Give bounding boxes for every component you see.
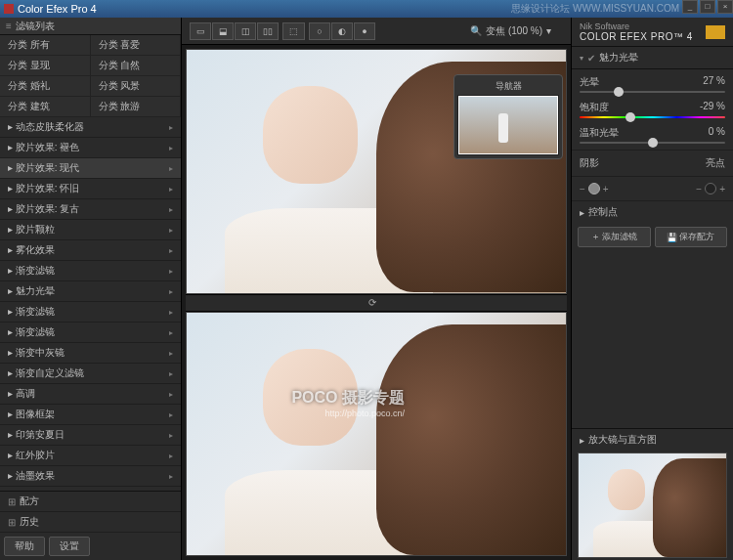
zoom-label[interactable]: 变焦 (100 %) [486,24,542,38]
navigator-panel[interactable]: 导航器 [453,74,563,159]
footer-button[interactable]: 帮助 [4,537,45,556]
minimize-button[interactable]: _ [682,0,698,14]
bg-light-button[interactable]: ○ [309,22,330,40]
category-item[interactable]: 分类 风景 [91,76,182,97]
left-panels: ⊞配方⊞历史 [0,491,181,533]
bg-gray-button[interactable]: ◐ [331,22,353,40]
slider-thumb[interactable] [648,138,658,148]
slider-label: 温和光晕 [580,126,619,140]
effect-item[interactable]: ▸ 胶片效果: 现代▸ [0,158,181,179]
slider-value: 0 % [709,126,725,140]
filter-list-label: 滤镜列表 [16,20,55,33]
control-points-header[interactable]: ▸ 控制点 [572,200,733,223]
effect-item[interactable]: ▸ 油墨效果▸ [0,466,181,487]
right-panel: Nik Software COLOR EFEX PRO™ 4 ▾ ✔ 魅力光晕 … [571,18,733,560]
view-side-button[interactable]: ▯▯ [257,22,279,40]
category-item[interactable]: 分类 自然 [91,56,182,76]
sidebar: ≡ 滤镜列表 分类 所有分类 喜爱分类 显现分类 自然分类 婚礼分类 风景分类 … [0,18,182,560]
preview-after[interactable] [186,312,567,557]
preview-area: ⟳ 导航器 POCO 摄影专题 http://photo.poco.cn/ [182,45,571,560]
effect-item[interactable]: ▸ 魅力光晕▸ [0,281,181,302]
check-icon: ✔ [587,53,595,64]
effect-item[interactable]: ▸ 图像框架▸ [0,405,181,425]
shadow-dot[interactable] [588,183,600,194]
effect-title: 魅力光晕 [599,51,638,65]
center-panel: ▭ ⬓ ◫ ▯▯ ⬚ ○ ◐ ● 🔍 变焦 (100 %) ▾ [182,18,571,560]
add-filter-button[interactable]: ＋添加滤镜 [578,227,651,247]
slider-row: 饱和度-29 % [572,97,733,122]
highlight-dot[interactable] [705,183,716,194]
window-title: Color Efex Pro 4 [18,3,97,15]
chevron-right-icon: ▸ [580,435,584,446]
effect-item[interactable]: ▸ 渐变滤镜▸ [0,261,181,281]
zoom-icon: 🔍 [470,25,482,36]
left-footer: 帮助设置 [0,533,181,560]
panel-header[interactable]: ⊞配方 [0,492,181,512]
slider-row: 光晕27 % [572,71,733,97]
category-item[interactable]: 分类 显现 [0,56,91,76]
zoom-dropdown-icon[interactable]: ▾ [546,25,551,36]
bg-dark-button[interactable]: ● [354,22,375,40]
preview-divider[interactable]: ⟳ [186,294,567,312]
panel-header[interactable]: ⊞历史 [0,512,181,533]
slider-value: -29 % [700,101,725,114]
effect-item[interactable]: ▸ 雾化效果▸ [0,240,181,261]
brand-main: COLOR EFEX PRO™ 4 [580,31,693,42]
chevron-right-icon: ▸ [580,207,584,218]
category-item[interactable]: 分类 喜爱 [91,35,182,56]
view-split-h-button[interactable]: ⬓ [212,22,234,40]
effect-item[interactable]: ▸ 胶片效果: 复古▸ [0,199,181,220]
effect-item[interactable]: ▸ 层次和曲线▸ [0,487,181,489]
navigator-title: 导航器 [457,78,559,95]
slider-track[interactable] [580,116,725,118]
effect-item[interactable]: ▸ 胶片效果: 褪色▸ [0,138,181,158]
view-split-v-button[interactable]: ◫ [235,22,256,40]
view-single-button[interactable]: ▭ [190,22,211,40]
slider-row: 温和光晕0 % [572,122,733,148]
loupe-histogram-header[interactable]: ▸ 放大镜与直方图 [572,428,733,451]
save-recipe-button[interactable]: 💾保存配方 [655,227,728,247]
effect-item[interactable]: ▸ 渐变滤镜▸ [0,302,181,323]
effect-item[interactable]: ▸ 胶片颗粒▸ [0,220,181,240]
effect-item[interactable]: ▸ 渐变自定义滤镜▸ [0,364,181,384]
effect-item[interactable]: ▸ 印第安夏日▸ [0,425,181,446]
category-item[interactable]: 分类 建筑 [0,97,91,117]
chevron-down-icon: ▾ [580,54,583,63]
slider-label: 饱和度 [580,101,609,114]
watermark-top: 思缘设计论坛 WWW.MISSYUAN.COM [511,2,679,16]
category-item[interactable]: 分类 婚礼 [0,76,91,97]
effects-list[interactable]: ▸ 动态皮肤柔化器▸▸ 胶片效果: 褪色▸▸ 胶片效果: 现代▸▸ 胶片效果: … [0,117,181,489]
refresh-icon[interactable]: ⟳ [368,297,384,309]
highlight-label: 亮点 [706,156,725,170]
category-grid: 分类 所有分类 喜爱分类 显现分类 自然分类 婚礼分类 风景分类 建筑分类 旅游 [0,35,181,117]
slider-track[interactable] [580,142,725,144]
slider-track[interactable] [580,91,725,93]
footer-button[interactable]: 设置 [49,537,90,556]
brand-small: Nik Software [580,22,693,31]
effect-item[interactable]: ▸ 渐变滤镜▸ [0,323,181,343]
slider-thumb[interactable] [625,112,635,122]
category-item[interactable]: 分类 旅游 [91,97,182,117]
loupe-preview[interactable] [578,452,727,558]
effect-item[interactable]: ▸ 高调▸ [0,384,181,405]
effect-item[interactable]: ▸ 动态皮肤柔化器▸ [0,117,181,138]
category-item[interactable]: 分类 所有 [0,35,91,56]
loupe-label: 放大镜与直方图 [588,433,657,447]
list-icon: ≡ [6,21,12,31]
brand-header: Nik Software COLOR EFEX PRO™ 4 [572,18,733,47]
sliders-group: 光晕27 %饱和度-29 %温和光晕0 % [572,69,733,150]
compare-button[interactable]: ⬚ [282,22,305,40]
slider-label: 光晕 [580,75,599,89]
effect-item[interactable]: ▸ 胶片效果: 怀旧▸ [0,179,181,199]
navigator-thumb[interactable] [457,95,559,155]
effect-item[interactable]: ▸ 渐变中灰镜▸ [0,343,181,364]
poco-watermark: POCO 摄影专题 http://photo.poco.cn/ [291,388,405,418]
effect-section-header[interactable]: ▾ ✔ 魅力光晕 [572,47,733,69]
effect-item[interactable]: ▸ 红外胶片▸ [0,446,181,466]
close-button[interactable]: × [717,0,733,14]
maximize-button[interactable]: □ [700,0,715,14]
slider-value: 27 % [703,75,725,89]
toolbar: ▭ ⬓ ◫ ▯▯ ⬚ ○ ◐ ● 🔍 变焦 (100 %) ▾ [182,18,571,45]
app-icon [4,4,14,14]
slider-thumb[interactable] [614,87,624,97]
